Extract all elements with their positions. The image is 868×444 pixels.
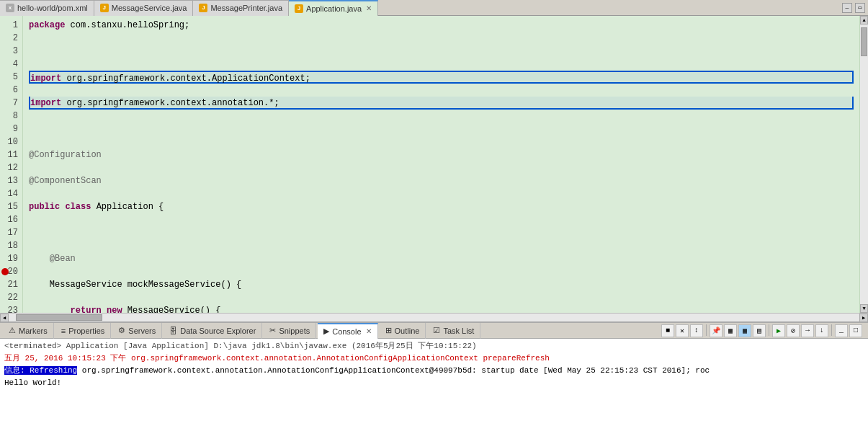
console-terminated-line: <terminated> Application [Java Applicati…	[4, 340, 864, 352]
code-line-6: @Configuration	[29, 148, 854, 161]
h-scroll-thumb[interactable]	[16, 314, 102, 321]
editor-content: 1 2 3 4 5 6 7 8 9 10 11 12 13 14 15 16 1…	[0, 16, 868, 313]
servers-icon: ⚙	[118, 326, 125, 335]
pin-button[interactable]: 📌	[710, 324, 722, 337]
tab-messageservice[interactable]: J MessageService.java	[94, 0, 194, 16]
tab-properties-label: Properties	[68, 327, 104, 335]
close-icon[interactable]: ✕	[366, 4, 372, 12]
properties-icon: ≡	[61, 327, 66, 335]
console-log-line1: 五月 25, 2016 10:15:23 下午 org.springframew…	[4, 352, 864, 365]
snippets-icon: ✂	[269, 326, 276, 335]
code-line-5	[29, 123, 854, 136]
console-log-line2: 信息: Refreshing org.springframework.conte…	[4, 365, 864, 377]
tab-pom-label: hello-world/pom.xml	[17, 4, 88, 12]
maximize-view-button[interactable]: □	[849, 324, 862, 337]
code-line-4: import org.springframework.context.annot…	[29, 97, 854, 110]
line-num-11: 11	[3, 148, 18, 161]
tab-application[interactable]: J Application.java ✕	[289, 0, 378, 16]
view3-button[interactable]: ▤	[753, 324, 766, 337]
scroll-thumb[interactable]	[861, 27, 867, 56]
skip-button[interactable]: ⊘	[787, 324, 800, 337]
code-line-7: @ComponentScan	[29, 174, 854, 187]
code-line-3: import org.springframework.context.Appli…	[29, 71, 854, 84]
tab-datasource[interactable]: 🗄 Data Source Explorer	[164, 323, 262, 339]
line-num-21: 21	[3, 278, 18, 291]
line-num-10: 10	[3, 136, 18, 148]
scroll-left-button[interactable]: ◀	[0, 314, 9, 322]
scroll-lock-button[interactable]: ↕	[690, 324, 703, 337]
line-num-23: 23	[3, 304, 18, 313]
datasource-icon: 🗄	[169, 327, 177, 335]
line-numbers: 1 2 3 4 5 6 7 8 9 10 11 12 13 14 15 16 1…	[0, 16, 23, 313]
tab-outline[interactable]: ⊞ Outline	[380, 323, 426, 339]
clear-button[interactable]: ✕	[676, 324, 689, 337]
h-scroll-track[interactable]	[9, 314, 859, 321]
tasklist-icon: ☑	[433, 326, 440, 335]
bottom-tab-bar: ⚠ Markers ≡ Properties ⚙ Servers 🗄 Data …	[0, 323, 868, 339]
line-num-6: 6	[3, 84, 18, 97]
separator-3	[831, 324, 832, 336]
scroll-right-button[interactable]: ▶	[859, 314, 868, 322]
console-log-line2-rest: org.springframework.context.annotation.A…	[77, 366, 710, 375]
line-num-3: 3	[3, 45, 18, 58]
code-editor[interactable]: package com.stanxu.helloSpring; import o…	[23, 16, 859, 313]
code-line-9	[29, 226, 854, 239]
restore-button[interactable]: ▭	[855, 3, 865, 13]
minimize-button[interactable]: —	[842, 3, 852, 13]
scroll-up-button[interactable]: ▲	[860, 16, 868, 25]
tab-tasklist-label: Task List	[443, 327, 474, 335]
view2-button[interactable]: ▦	[738, 324, 751, 337]
line-num-2: 2	[3, 32, 18, 45]
window-controls: — ▭	[842, 3, 868, 13]
line-num-22: 22	[3, 291, 18, 304]
stop-button[interactable]: ■	[661, 324, 674, 337]
console-icon: ▶	[323, 327, 329, 336]
line-num-15: 15	[3, 200, 18, 213]
scroll-track[interactable]	[860, 25, 868, 304]
close-console-icon[interactable]: ✕	[366, 327, 372, 335]
line-num-14: 14	[3, 187, 18, 200]
tab-console[interactable]: ▶ Console ✕	[318, 323, 377, 339]
line-num-16: 16	[3, 213, 18, 226]
tab-datasource-label: Data Source Explorer	[180, 327, 256, 335]
run-button[interactable]: ▶	[772, 324, 785, 337]
code-line-10: @Bean	[29, 252, 854, 265]
tab-snippets[interactable]: ✂ Snippets	[264, 323, 316, 339]
line-num-8: 8	[3, 110, 18, 123]
scroll-down-button[interactable]: ▼	[860, 304, 868, 313]
tab-properties[interactable]: ≡ Properties	[55, 323, 112, 339]
line-num-13: 13	[3, 174, 18, 187]
tab-servers-label: Servers	[128, 327, 156, 335]
tab-markers-label: Markers	[19, 327, 48, 335]
tab-tasklist[interactable]: ☑ Task List	[427, 323, 480, 339]
arrow-right-button[interactable]: →	[801, 324, 814, 337]
tab-pom[interactable]: x hello-world/pom.xml	[0, 0, 94, 16]
line-num-19: 19	[3, 252, 18, 265]
xml-icon: x	[6, 4, 14, 12]
horizontal-scrollbar[interactable]: ◀ ▶	[0, 313, 868, 321]
tab-servers[interactable]: ⚙ Servers	[112, 323, 162, 339]
console-output: <terminated> Application [Java Applicati…	[0, 339, 868, 444]
line-num-1: 1	[3, 19, 18, 32]
line-num-18: 18	[3, 239, 18, 252]
tab-markers[interactable]: ⚠ Markers	[3, 323, 54, 339]
code-line-8: public class Application {	[29, 200, 854, 213]
line-num-17: 17	[3, 226, 18, 239]
view1-button[interactable]: ▦	[724, 324, 737, 337]
outline-icon: ⊞	[385, 326, 392, 335]
line-num-9: 9	[3, 123, 18, 136]
vertical-scrollbar[interactable]: ▲ ▼	[859, 16, 868, 313]
tab-messageprinter[interactable]: J MessagePrinter.java	[193, 0, 289, 16]
tab-console-label: Console	[332, 327, 361, 336]
code-line-12: return new MessageService() {	[29, 304, 854, 313]
editor-area: 1 2 3 4 5 6 7 8 9 10 11 12 13 14 15 16 1…	[0, 16, 868, 321]
java-icon: J	[199, 4, 207, 12]
tab-application-label: Application.java	[306, 4, 362, 13]
line-num-20: 20	[3, 265, 18, 278]
minimize-view-button[interactable]: _	[835, 324, 848, 337]
java-icon: J	[295, 4, 303, 13]
tab-messageservice-label: MessageService.java	[112, 4, 187, 12]
separator-1	[706, 324, 707, 336]
arrow-down-button[interactable]: ↓	[815, 324, 828, 337]
code-line-1: package com.stanxu.helloSpring;	[29, 19, 854, 32]
